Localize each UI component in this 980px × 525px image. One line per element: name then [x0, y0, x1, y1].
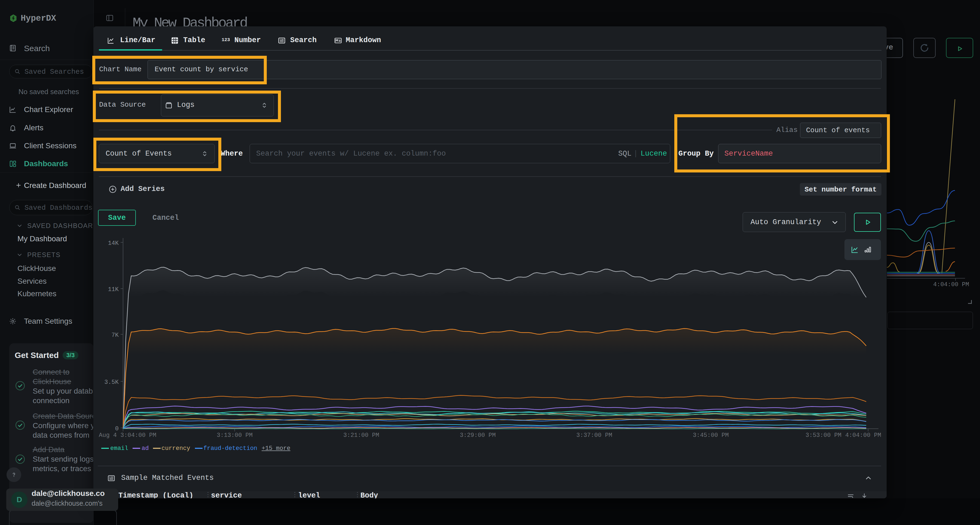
svg-text:0: 0 [115, 425, 119, 432]
svg-text:3.5K: 3.5K [104, 379, 119, 386]
svg-text:7K: 7K [111, 332, 119, 339]
svg-text:3:29:00 PM: 3:29:00 PM [460, 432, 496, 439]
svg-text:4:04:00 PM: 4:04:00 PM [845, 432, 881, 439]
svg-text:Aug 4 3:04:00 PM: Aug 4 3:04:00 PM [99, 432, 156, 439]
svg-text:3:37:00 PM: 3:37:00 PM [576, 432, 612, 439]
svg-text:3:45:00 PM: 3:45:00 PM [693, 432, 729, 439]
svg-text:3:13:00 PM: 3:13:00 PM [217, 432, 253, 439]
svg-text:3:21:00 PM: 3:21:00 PM [343, 432, 379, 439]
svg-text:11K: 11K [108, 286, 119, 293]
svg-text:3:53:00 PM: 3:53:00 PM [805, 432, 842, 439]
svg-text:14K: 14K [108, 240, 119, 247]
